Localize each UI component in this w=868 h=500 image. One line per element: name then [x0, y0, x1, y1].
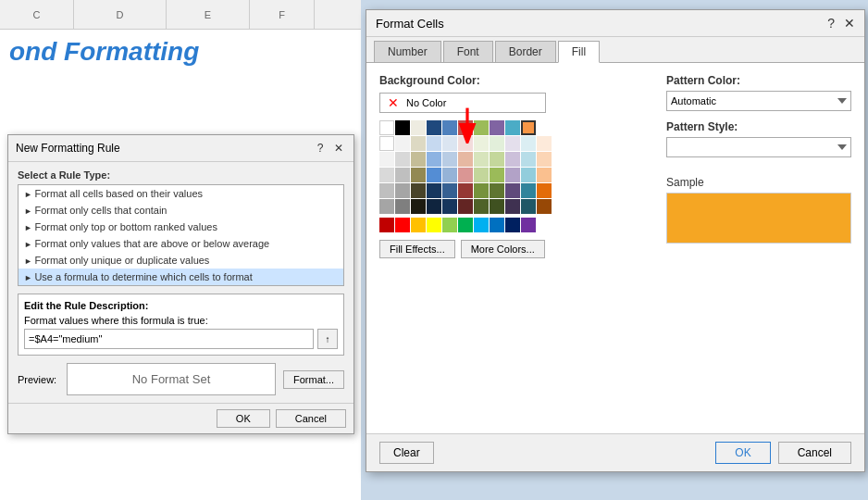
color-r3-9[interactable] — [521, 168, 536, 182]
tab-font[interactable]: Font — [443, 41, 493, 62]
rule-type-item-4[interactable]: Format only unique or duplicate values — [19, 252, 343, 269]
formula-expand-button[interactable]: ↑ — [317, 329, 338, 349]
color-std-9[interactable] — [521, 218, 536, 232]
color-r2-0[interactable] — [379, 152, 394, 167]
color-std-8[interactable] — [505, 218, 520, 232]
color-r1-2[interactable] — [411, 136, 426, 151]
color-std-4[interactable] — [442, 218, 457, 232]
color-std-6[interactable] — [474, 218, 489, 232]
color-f79646-selected[interactable] — [521, 120, 536, 135]
new-formatting-close-button[interactable]: ✕ — [331, 141, 346, 156]
color-r4-9[interactable] — [521, 183, 536, 198]
tab-number[interactable]: Number — [374, 41, 441, 62]
color-r4-2[interactable] — [411, 183, 426, 198]
color-c0504d[interactable] — [458, 120, 473, 135]
clear-button[interactable]: Clear — [379, 442, 434, 464]
color-r1-3[interactable] — [427, 136, 441, 151]
color-r3-5[interactable] — [458, 168, 473, 182]
color-8064a2[interactable] — [490, 120, 504, 135]
new-formatting-help-button[interactable]: ? — [313, 141, 328, 156]
color-r4-3[interactable] — [427, 183, 441, 198]
rule-type-item-1[interactable]: Format only cells that contain — [19, 202, 343, 219]
color-eeece1[interactable] — [411, 120, 426, 135]
color-std-1[interactable] — [395, 218, 410, 232]
rule-type-item-0[interactable]: Format all cells based on their values — [19, 185, 343, 202]
color-4f81bd[interactable] — [442, 120, 457, 135]
color-r3-7[interactable] — [490, 168, 504, 182]
color-r5-0[interactable] — [379, 199, 394, 214]
tab-fill[interactable]: Fill — [558, 41, 600, 63]
color-r2-9[interactable] — [521, 152, 536, 167]
color-r3-6[interactable] — [474, 168, 489, 182]
rule-type-item-2[interactable]: Format only top or bottom ranked values — [19, 219, 343, 235]
color-r2-10[interactable] — [537, 152, 552, 167]
rule-type-item-3[interactable]: Format only values that are above or bel… — [19, 235, 343, 252]
color-r4-10[interactable] — [537, 183, 552, 198]
color-r4-5[interactable] — [458, 183, 473, 198]
color-r3-1[interactable] — [395, 168, 410, 182]
format-cells-ok-button[interactable]: OK — [715, 442, 770, 464]
color-r3-0[interactable] — [379, 168, 394, 182]
color-r3-8[interactable] — [505, 168, 520, 182]
tab-border[interactable]: Border — [495, 41, 556, 62]
color-r2-6[interactable] — [474, 152, 489, 167]
color-4bacc6[interactable] — [505, 120, 520, 135]
new-formatting-cancel-button[interactable]: Cancel — [276, 409, 346, 428]
color-r1-8[interactable] — [505, 136, 520, 151]
color-r5-8[interactable] — [505, 199, 520, 214]
color-std-0[interactable] — [379, 218, 394, 232]
color-white[interactable] — [379, 120, 394, 135]
pattern-color-dropdown[interactable]: Automatic — [666, 91, 851, 111]
format-cells-close-button[interactable]: ✕ — [844, 16, 855, 31]
color-r3-10[interactable] — [537, 168, 552, 182]
color-std-5[interactable] — [458, 218, 473, 232]
color-r5-3[interactable] — [427, 199, 441, 214]
color-9bbb59[interactable] — [474, 120, 489, 135]
color-r2-4[interactable] — [442, 152, 457, 167]
color-r1-6[interactable] — [474, 136, 489, 151]
more-colors-button[interactable]: More Colors... — [461, 240, 545, 258]
color-r5-10[interactable] — [537, 199, 552, 214]
color-r2-5[interactable] — [458, 152, 473, 167]
format-cells-cancel-button[interactable]: Cancel — [778, 442, 851, 464]
color-r1-4[interactable] — [442, 136, 457, 151]
color-black[interactable] — [395, 120, 410, 135]
format-button[interactable]: Format... — [283, 370, 344, 389]
color-r5-7[interactable] — [490, 199, 504, 214]
color-r1-9[interactable] — [521, 136, 536, 151]
color-r1-7[interactable] — [490, 136, 504, 151]
color-r2-3[interactable] — [427, 152, 441, 167]
rule-type-item-5[interactable]: Use a formula to determine which cells t… — [19, 269, 343, 285]
color-r5-6[interactable] — [474, 199, 489, 214]
color-r1-1[interactable] — [395, 136, 410, 151]
formula-input[interactable] — [24, 329, 314, 349]
color-r4-0[interactable] — [379, 183, 394, 198]
pattern-style-dropdown[interactable] — [666, 137, 851, 157]
color-std-3[interactable] — [427, 218, 441, 232]
color-r5-5[interactable] — [458, 199, 473, 214]
new-formatting-ok-button[interactable]: OK — [217, 409, 270, 428]
color-r1-5[interactable] — [458, 136, 473, 151]
color-r1-0[interactable] — [379, 136, 394, 151]
color-r5-9[interactable] — [521, 199, 536, 214]
no-color-button[interactable]: ✕ No Color — [379, 93, 546, 113]
color-r2-7[interactable] — [490, 152, 504, 167]
color-std-2[interactable] — [411, 218, 426, 232]
color-r4-4[interactable] — [442, 183, 457, 198]
color-r3-4[interactable] — [442, 168, 457, 182]
color-r4-7[interactable] — [490, 183, 504, 198]
color-r4-8[interactable] — [505, 183, 520, 198]
color-r2-2[interactable] — [411, 152, 426, 167]
fill-effects-button[interactable]: Fill Effects... — [379, 240, 455, 258]
color-r2-1[interactable] — [395, 152, 410, 167]
color-r1-10[interactable] — [537, 136, 552, 151]
color-r3-3[interactable] — [427, 168, 441, 182]
format-cells-help-button[interactable]: ? — [827, 16, 835, 31]
color-r3-2[interactable] — [411, 168, 426, 182]
color-r4-6[interactable] — [474, 183, 489, 198]
color-1f497d[interactable] — [427, 120, 441, 135]
color-r5-4[interactable] — [442, 199, 457, 214]
color-r5-2[interactable] — [411, 199, 426, 214]
color-r2-8[interactable] — [505, 152, 520, 167]
color-std-7[interactable] — [490, 218, 504, 232]
